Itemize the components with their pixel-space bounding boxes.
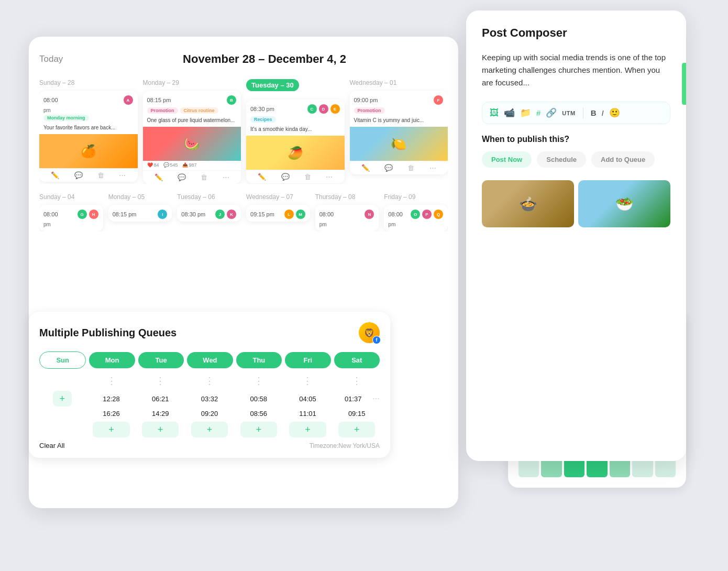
emoji-icon[interactable]: 🙂 [609,107,620,118]
comment-icon-sun28[interactable]: 💬 [74,171,83,179]
more-icon-sun28[interactable]: ⋯ [119,171,126,179]
post-time-mon05: 08:15 pm [113,211,137,217]
queue-day-wed[interactable]: Wed [187,352,233,368]
post-avatars-thu08: N [364,209,374,219]
add-time-mon[interactable]: + [93,422,129,437]
post-header-tue06: 08:30 pm J K [177,205,241,222]
image-icon[interactable]: 🖼 [490,108,499,118]
comment-icon-wed01[interactable]: 💬 [384,164,393,172]
folder-icon[interactable]: 📁 [520,107,531,118]
clear-all-button[interactable]: Clear All [39,442,64,449]
queue-day-tue[interactable]: Tue [138,352,184,368]
post-text-sun28: Your favorite flavors are back... [39,123,138,134]
day-label-tue30: Tuesday – 30 [246,79,345,95]
add-col-mon: + [89,422,135,437]
add-time-thu[interactable]: + [240,422,277,437]
delete-icon-tue30[interactable]: 🗑 [304,173,311,181]
delete-icon-mon29[interactable]: 🗑 [201,173,207,181]
post-card-wed01: 09:00 pm F Promotion Vitamin C is yummy … [350,91,448,174]
today-label[interactable]: Today [39,54,81,64]
add-time-fri[interactable]: + [289,422,326,437]
queue-time-fri-2: 11:01 [285,410,331,418]
composer-toolbar: 🖼 📹 📁 # 🔗 UTM B I 🙂 [482,102,670,124]
edit-icon-mon29[interactable]: ✏️ [155,173,163,181]
dots-wed-col: ⋮ [186,375,233,387]
queue-times-row-1: + 12:28 06:21 03:32 00:58 04:05 01:37 ⋯ [39,391,380,407]
more-icon-sat[interactable]: ⋯ [372,394,380,403]
delete-icon-sun28[interactable]: 🗑 [97,171,104,179]
post-header-wed07: 09:15 pm L M [246,205,310,222]
queue-day-mon[interactable]: Mon [89,352,135,368]
utm-label[interactable]: UTM [562,110,575,116]
post-avatars-mon05: I [157,209,168,219]
avatar-fri09-2: P [422,209,432,219]
day-label-wed07: Wednesday – 07 [246,193,310,201]
delete-icon-wed01[interactable]: 🗑 [407,164,414,172]
thumb-food1: 🍲 [482,180,574,227]
time-col-sat-1: 01:37 ⋯ [334,394,380,403]
post-avatars-tue30: C D E [307,104,340,114]
post-avatars-wed01: F [433,95,444,105]
link-icon[interactable]: 🔗 [546,107,557,118]
tag-monday-morning: Monday morning [43,115,89,121]
post-card-mon29: 08:15 pm B Promotion Citrus routine One … [143,91,241,184]
comment-icon-mon29[interactable]: 💬 [178,173,186,181]
post-text-wed01: Vitamin C is yummy and juic... [350,116,448,127]
avatar-sun04-1: G [77,209,87,219]
add-time-tue[interactable]: + [142,422,179,437]
schedule-button[interactable]: Schedule [537,151,586,168]
queue-time-wed-1: 03:32 [186,395,233,403]
queue-day-thu[interactable]: Thu [236,352,282,368]
day-label-active-tue30: Tuesday – 30 [246,79,299,91]
time-col-tue-2: 14:29 [137,410,183,418]
post-time-sub-sun28: pm [39,107,138,115]
avatar-tue30-2: D [318,104,329,114]
add-time-wed[interactable]: + [191,422,228,437]
queue-day-fri[interactable]: Fri [285,352,330,368]
more-icon-mon29[interactable]: ⋯ [223,173,229,181]
post-time-sub-thu08: pm [315,222,379,232]
post-footer-mon29: ✏️ 💬 🗑 ⋯ [143,170,241,184]
day-label-thu08: Thursday – 08 [315,193,379,201]
more-icon-tue30[interactable]: ⋯ [326,173,333,181]
queue-time-sat-2: 09:15 [334,410,380,418]
post-now-button[interactable]: Post Now [482,151,532,168]
add-btn-sun[interactable]: + [53,391,72,407]
avatar-tue30-3: E [330,104,340,114]
add-to-queue-button[interactable]: Add to Queue [591,151,655,168]
day-thursday-08: Thursday – 08 08:00 N pm [315,193,379,232]
day-label-sun28: Sunday – 28 [39,79,138,86]
time-col-thu-2: 08:56 [236,410,282,418]
post-avatars-sun28: A [123,95,134,105]
avatar-wed07-1: L [284,209,294,219]
comment-icon-tue30[interactable]: 💬 [281,173,290,181]
time-col-mon-2: 16:26 [89,410,135,418]
post-card-tue06: 08:30 pm J K [177,205,241,222]
day-label-mon29: Monday – 29 [143,79,241,86]
calendar-header: Today November 28 – December 4, 2 [39,52,448,66]
queue-time-wed-2: 09:20 [186,410,233,418]
date-range: November 28 – December 4, 2 [81,52,448,66]
queue-time-fri-1: 04:05 [285,395,331,403]
edit-icon-tue30[interactable]: ✏️ [258,173,266,181]
edit-icon-sun28[interactable]: ✏️ [51,171,59,179]
queues-title: Multiple Publishing Queues [39,327,177,339]
tag-promotion-mon29: Promotion [147,107,178,114]
tag-promotion-wed01: Promotion [354,107,385,114]
day-wednesday-07: Wednesday – 07 09:15 pm L M [246,193,310,232]
hashtag-icon[interactable]: # [536,108,541,117]
time-col-mon-1: 12:28 [89,395,135,403]
add-col-thu: + [236,422,282,437]
italic-icon[interactable]: I [602,108,604,117]
queue-day-sun[interactable]: Sun [39,352,86,369]
dots-thu-col: ⋮ [236,375,282,387]
bold-icon[interactable]: B [591,108,597,117]
more-icon-wed01[interactable]: ⋯ [429,164,436,172]
post-time-thu08: 08:00 [319,211,334,217]
tags-tue30: Recipes [246,116,345,125]
edit-icon-wed01[interactable]: ✏️ [361,164,370,172]
video-icon[interactable]: 📹 [504,107,515,118]
queue-day-sat[interactable]: Sat [334,352,380,368]
composer-body-text[interactable]: Keeping up with social media trends is o… [482,51,670,89]
add-time-sat[interactable]: + [338,422,375,437]
